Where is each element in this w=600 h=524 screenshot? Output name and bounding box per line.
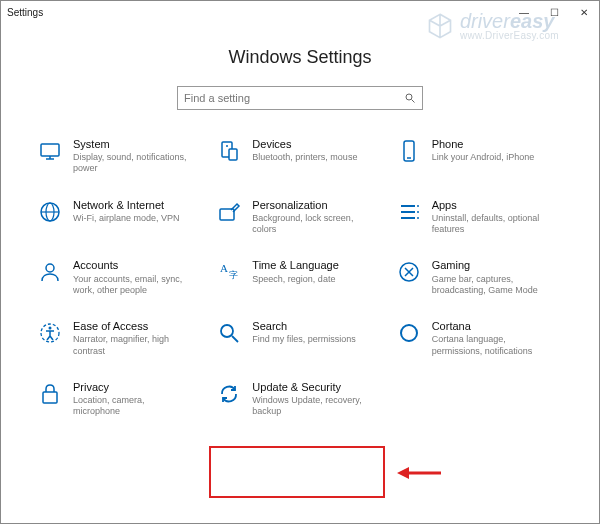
item-desc: Uninstall, defaults, optional features xyxy=(432,213,552,236)
item-desc: Display, sound, notifications, power xyxy=(73,152,193,175)
svg-point-0 xyxy=(406,94,412,100)
item-apps[interactable]: Apps Uninstall, defaults, optional featu… xyxy=(394,197,565,238)
svg-point-28 xyxy=(401,325,417,341)
watermark-url: www.DriverEasy.com xyxy=(460,31,559,41)
item-desc: Background, lock screen, colors xyxy=(252,213,372,236)
cortana-icon xyxy=(396,320,422,346)
accounts-icon xyxy=(37,259,63,285)
item-cortana[interactable]: Cortana Cortana language, permissions, n… xyxy=(394,318,565,359)
svg-line-27 xyxy=(232,336,238,342)
highlight-box xyxy=(209,446,385,498)
window-controls: — ☐ ✕ xyxy=(509,1,599,23)
item-personalization[interactable]: Personalization Background, lock screen,… xyxy=(214,197,385,238)
svg-rect-13 xyxy=(220,209,234,220)
svg-line-1 xyxy=(412,100,415,103)
maximize-button[interactable]: ☐ xyxy=(539,1,569,23)
item-desc: Narrator, magnifier, high contrast xyxy=(73,334,193,357)
svg-point-25 xyxy=(49,327,52,330)
item-desc: Game bar, captures, broadcasting, Game M… xyxy=(432,274,552,297)
svg-rect-2 xyxy=(41,144,59,156)
time-language-icon: A字 xyxy=(216,259,242,285)
search-category-icon xyxy=(216,320,242,346)
personalization-icon xyxy=(216,199,242,225)
item-title: Devices xyxy=(252,138,357,151)
item-title: System xyxy=(73,138,193,151)
item-phone[interactable]: Phone Link your Android, iPhone xyxy=(394,136,565,177)
item-title: Search xyxy=(252,320,356,333)
item-title: Time & Language xyxy=(252,259,338,272)
item-title: Personalization xyxy=(252,199,372,212)
update-security-icon xyxy=(216,381,242,407)
item-title: Privacy xyxy=(73,381,193,394)
privacy-icon xyxy=(37,381,63,407)
window-title: Settings xyxy=(7,7,43,18)
svg-point-7 xyxy=(226,145,228,147)
item-title: Network & Internet xyxy=(73,199,180,212)
item-title: Gaming xyxy=(432,259,552,272)
item-title: Cortana xyxy=(432,320,552,333)
phone-icon xyxy=(396,138,422,164)
svg-text:A: A xyxy=(220,262,228,274)
item-desc: Bluetooth, printers, mouse xyxy=(252,152,357,163)
ease-of-access-icon xyxy=(37,320,63,346)
item-title: Phone xyxy=(432,138,535,151)
svg-text:字: 字 xyxy=(229,270,238,280)
settings-grid: System Display, sound, notifications, po… xyxy=(1,136,599,419)
svg-point-26 xyxy=(221,325,233,337)
network-icon xyxy=(37,199,63,225)
item-system[interactable]: System Display, sound, notifications, po… xyxy=(35,136,206,177)
search-wrap: Find a setting xyxy=(1,86,599,110)
svg-point-18 xyxy=(417,211,419,213)
minimize-button[interactable]: — xyxy=(509,1,539,23)
item-ease[interactable]: Ease of Access Narrator, magnifier, high… xyxy=(35,318,206,359)
svg-point-20 xyxy=(46,264,54,272)
item-title: Accounts xyxy=(73,259,193,272)
search-icon xyxy=(404,92,416,104)
devices-icon xyxy=(216,138,242,164)
item-gaming[interactable]: Gaming Game bar, captures, broadcasting,… xyxy=(394,257,565,298)
item-network[interactable]: Network & Internet Wi-Fi, airplane mode,… xyxy=(35,197,206,238)
svg-point-17 xyxy=(417,205,419,207)
item-desc: Your accounts, email, sync, work, other … xyxy=(73,274,193,297)
search-placeholder: Find a setting xyxy=(184,92,250,104)
item-update[interactable]: Update & Security Windows Update, recove… xyxy=(214,379,385,420)
item-desc: Find my files, permissions xyxy=(252,334,356,345)
highlight-arrow-icon xyxy=(397,463,441,483)
apps-icon xyxy=(396,199,422,225)
item-desc: Location, camera, microphone xyxy=(73,395,193,418)
item-desc: Cortana language, permissions, notificat… xyxy=(432,334,552,357)
item-time[interactable]: A字 Time & Language Speech, region, date xyxy=(214,257,385,298)
item-desc: Link your Android, iPhone xyxy=(432,152,535,163)
svg-rect-29 xyxy=(43,392,57,403)
settings-window: Settings — ☐ ✕ drivereasy www.DriverEasy… xyxy=(0,0,600,524)
item-desc: Wi-Fi, airplane mode, VPN xyxy=(73,213,180,224)
item-search-cat[interactable]: Search Find my files, permissions xyxy=(214,318,385,359)
item-title: Apps xyxy=(432,199,552,212)
svg-marker-31 xyxy=(397,467,409,479)
svg-point-19 xyxy=(417,217,419,219)
titlebar: Settings — ☐ ✕ xyxy=(1,1,599,23)
item-title: Update & Security xyxy=(252,381,372,394)
item-desc: Speech, region, date xyxy=(252,274,338,285)
close-button[interactable]: ✕ xyxy=(569,1,599,23)
item-devices[interactable]: Devices Bluetooth, printers, mouse xyxy=(214,136,385,177)
search-input[interactable]: Find a setting xyxy=(177,86,423,110)
page-title: Windows Settings xyxy=(1,47,599,68)
item-privacy[interactable]: Privacy Location, camera, microphone xyxy=(35,379,206,420)
system-icon xyxy=(37,138,63,164)
item-accounts[interactable]: Accounts Your accounts, email, sync, wor… xyxy=(35,257,206,298)
item-title: Ease of Access xyxy=(73,320,193,333)
svg-rect-6 xyxy=(229,149,237,160)
gaming-icon xyxy=(396,259,422,285)
item-desc: Windows Update, recovery, backup xyxy=(252,395,372,418)
